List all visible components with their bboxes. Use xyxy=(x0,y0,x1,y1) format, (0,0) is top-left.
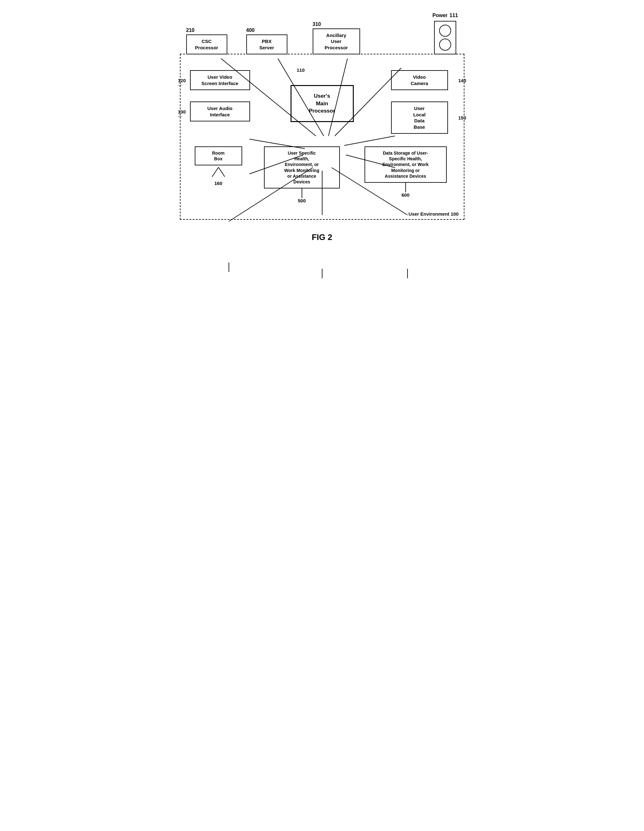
svg-line-15 xyxy=(218,167,225,177)
health-devices-line xyxy=(302,188,302,198)
power-circle-top xyxy=(439,25,451,37)
video-camera-box: VideoCamera xyxy=(391,70,448,90)
local-db-label: UserLocalDataBase xyxy=(413,106,426,130)
external-nodes-row: 210 CSCProcessor 400 PBXServer 310 Ancil… xyxy=(180,13,464,54)
room-box-label: RoomBox xyxy=(212,151,225,161)
data-storage-line xyxy=(405,183,406,192)
video-camera-group: VideoCamera 140 xyxy=(391,70,454,90)
csc-label: CSCProcessor xyxy=(195,38,218,50)
health-devices-group: User SpecificHealth,Environment, orWork … xyxy=(253,146,351,203)
ancillary-number: 310 xyxy=(313,22,321,27)
room-box-group: RoomBox 160 xyxy=(190,146,247,186)
diagram-container: 210 CSCProcessor 400 PBXServer 310 Ancil… xyxy=(180,13,464,242)
pbx-server-group: 400 PBXServer xyxy=(246,27,287,54)
video-screen-box: User VideoScreen Interface xyxy=(190,70,250,90)
ancillary-processor-group: 310 AncillaryUserProcessor xyxy=(313,22,360,55)
audio-interface-label: User AudioInterface xyxy=(207,106,232,117)
room-box-lines xyxy=(206,167,231,180)
data-storage-group: Data Storage of User-Specific Health,Env… xyxy=(357,146,454,197)
ancillary-processor-box: AncillaryUserProcessor xyxy=(313,29,360,55)
local-db-box: UserLocalDataBase xyxy=(391,102,448,134)
power-number: 111 xyxy=(450,13,458,18)
csc-processor-group: 210 CSCProcessor xyxy=(186,27,227,54)
main-processor-box: User'sMainProcessor xyxy=(291,85,354,122)
power-group: Power 111 xyxy=(433,13,458,54)
center-column: 110 User'sMainProcessor xyxy=(259,64,385,134)
health-devices-label: User SpecificHealth,Environment, orWork … xyxy=(284,151,319,185)
user-environment: User VideoScreen Interface 120 — User Au… xyxy=(180,54,464,220)
power-label: Power xyxy=(433,13,448,18)
local-db-group: UserLocalDataBase 150 xyxy=(391,102,454,134)
room-box: RoomBox xyxy=(195,146,242,166)
video-screen-label: User VideoScreen Interface xyxy=(201,74,239,86)
left-column: User VideoScreen Interface 120 — User Au… xyxy=(190,64,253,134)
data-storage-box: Data Storage of User-Specific Health,Env… xyxy=(364,146,447,183)
video-camera-number: 140 xyxy=(458,78,466,83)
data-storage-label: Data Storage of User-Specific Health,Env… xyxy=(383,151,429,179)
main-processor-group: 110 User'sMainProcessor xyxy=(291,76,354,122)
room-box-number: 160 xyxy=(215,181,222,186)
bottom-row: RoomBox 160 User SpecificHealth,Environm… xyxy=(190,146,454,203)
video-camera-label: VideoCamera xyxy=(411,74,428,86)
audio-interface-group: User AudioInterface 130 — xyxy=(190,102,253,121)
ancillary-label: AncillaryUserProcessor xyxy=(325,33,348,50)
main-processor-number: 110 xyxy=(297,67,305,73)
csc-processor-box: CSCProcessor xyxy=(186,35,227,54)
local-db-number: 150 xyxy=(458,115,466,121)
pbx-server-box: PBXServer xyxy=(246,35,287,54)
figure-label: FIG 2 xyxy=(180,232,464,242)
svg-line-14 xyxy=(212,167,218,177)
video-screen-group: User VideoScreen Interface 120 — xyxy=(190,70,253,90)
audio-interface-box: User AudioInterface xyxy=(190,102,250,121)
pbx-number: 400 xyxy=(246,27,255,33)
inner-grid: User VideoScreen Interface 120 — User Au… xyxy=(190,64,454,134)
power-symbol xyxy=(434,21,456,54)
pbx-label: PBXServer xyxy=(259,38,274,50)
right-column: VideoCamera 140 UserLocalDataBase 150 xyxy=(391,64,454,134)
health-devices-box: User SpecificHealth,Environment, orWork … xyxy=(264,146,340,188)
room-box-fork-svg xyxy=(206,167,231,180)
power-circle-bottom xyxy=(439,38,451,51)
main-processor-label: User'sMainProcessor xyxy=(309,93,335,114)
csc-number: 210 xyxy=(186,27,195,33)
environment-label: User Environment 100 xyxy=(409,211,458,217)
health-devices-number: 500 xyxy=(298,198,306,203)
data-storage-number: 600 xyxy=(402,192,409,197)
